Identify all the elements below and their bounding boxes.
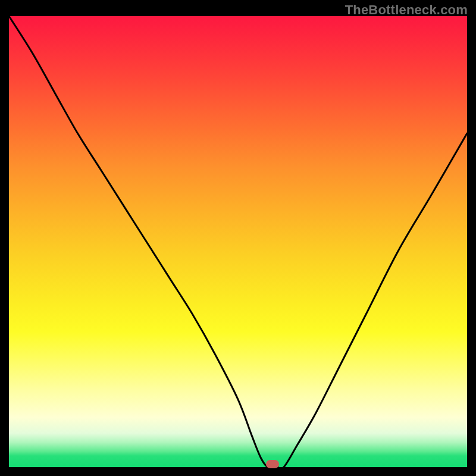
chart-frame: TheBottleneck.com [0, 0, 476, 476]
minimum-marker [266, 460, 279, 468]
bottleneck-curve [9, 16, 467, 467]
plot-area [9, 16, 467, 467]
